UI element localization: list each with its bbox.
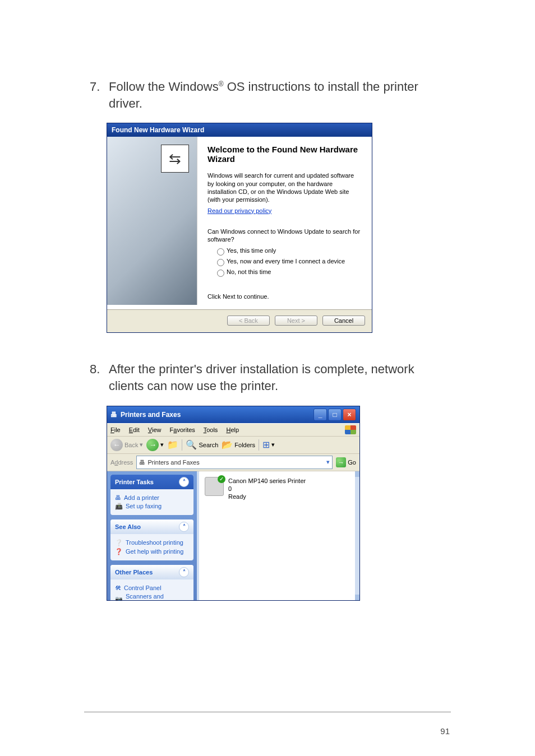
wizard-question: Can Windows connect to Windows Update to… xyxy=(207,228,362,244)
wizard-body: ⇆ Welcome to the Found New Hardware Wiza… xyxy=(107,137,372,309)
wizard-button-row: < Back Next > Cancel xyxy=(107,309,372,332)
folders-icon: 📂 xyxy=(222,439,233,450)
back-button[interactable]: < Back xyxy=(227,316,270,326)
forward-nav-button[interactable]: → ▾ xyxy=(146,439,164,451)
back-arrow-icon: ← xyxy=(110,439,123,451)
menu-help[interactable]: Help xyxy=(226,426,239,433)
back-nav-button[interactable]: ← Back ▾ xyxy=(110,439,143,451)
views-icon: ⊞ xyxy=(262,439,270,450)
control-panel-link[interactable]: 🛠Control Panel xyxy=(115,585,189,591)
menu-file[interactable]: File xyxy=(110,426,121,433)
step-text: After the printer's driver installation … xyxy=(109,361,451,394)
radio-option-yes-always[interactable]: Yes, now and every time I connect a devi… xyxy=(214,257,362,266)
screenshot-printers-faxes: 🖶 Printers and Faxes _ □ × File Edit Vie… xyxy=(107,406,451,601)
collapse-icon: ˄ xyxy=(179,522,189,532)
page-number: 91 xyxy=(440,726,450,736)
dropdown-icon[interactable]: ▾ xyxy=(326,458,330,466)
folder-up-icon: 📁 xyxy=(167,439,178,450)
printers-and-faxes-window: 🖶 Printers and Faxes _ □ × File Edit Vie… xyxy=(107,406,360,601)
add-printer-link[interactable]: 🖶Add a printer xyxy=(115,494,189,501)
maximize-button[interactable]: □ xyxy=(328,409,342,421)
printer-item[interactable]: ✓ Canon MP140 series Printer 0 Ready xyxy=(205,477,354,501)
wizard-content: Welcome to the Found New Hardware Wizard… xyxy=(197,137,372,309)
footer-separator xyxy=(84,712,451,712)
search-icon: 🔍 xyxy=(186,439,197,450)
cancel-button[interactable]: Cancel xyxy=(322,316,365,326)
printers-list: ✓ Canon MP140 series Printer 0 Ready xyxy=(197,471,359,600)
wizard-intro-text: Windows will search for current and upda… xyxy=(207,171,362,203)
printer-status: Ready xyxy=(228,493,306,500)
step-8: 8. After the printer's driver installati… xyxy=(90,361,451,394)
device-icon: ⇆ xyxy=(161,145,189,173)
wizard-continue-text: Click Next to continue. xyxy=(207,293,362,300)
address-value: Printers and Faxes xyxy=(147,459,199,466)
printer-docs: 0 xyxy=(228,485,306,493)
go-button[interactable]: → Go xyxy=(336,457,356,467)
address-bar: Address 🖶 Printers and Faxes ▾ → Go xyxy=(107,454,359,471)
other-places-header[interactable]: Other Places ˄ xyxy=(110,565,193,579)
radio-option-yes-once[interactable]: Yes, this time only xyxy=(214,247,362,256)
menu-favorites[interactable]: Favorites xyxy=(170,426,195,433)
toolbar: ← Back ▾ → ▾ 📁 🔍 Search 📂 Folders xyxy=(107,437,359,454)
next-button[interactable]: Next > xyxy=(275,316,317,326)
address-printers-icon: 🖶 xyxy=(139,459,145,466)
wizard-heading: Welcome to the Found New Hardware Wizard xyxy=(207,145,362,164)
setup-faxing-link[interactable]: 📠Set up faxing xyxy=(115,503,189,510)
printers-icon: 🖶 xyxy=(110,411,117,419)
windows-flag-icon xyxy=(345,425,356,434)
folders-button[interactable]: 📂 Folders xyxy=(222,439,255,450)
help-icon: ❔ xyxy=(115,539,123,546)
screenshot-wizard: Found New Hardware Wizard ⇆ Welcome to t… xyxy=(107,123,451,333)
found-new-hardware-wizard: Found New Hardware Wizard ⇆ Welcome to t… xyxy=(107,123,372,333)
printer-tasks-header[interactable]: Printer Tasks ˄ xyxy=(110,475,193,489)
menu-edit[interactable]: Edit xyxy=(129,426,140,433)
minimize-button[interactable]: _ xyxy=(313,409,327,421)
go-arrow-icon: → xyxy=(336,457,346,467)
control-panel-icon: 🛠 xyxy=(115,585,121,591)
see-also-header[interactable]: See Also ˄ xyxy=(110,520,193,534)
address-label: Address xyxy=(110,459,133,466)
privacy-policy-link[interactable]: Read our privacy policy xyxy=(207,207,271,214)
collapse-icon: ˄ xyxy=(179,567,189,577)
wizard-titlebar: Found New Hardware Wizard xyxy=(107,123,372,137)
search-button[interactable]: 🔍 Search xyxy=(186,439,218,450)
step-text: Follow the Windows® OS instructions to i… xyxy=(109,78,451,112)
scrollbar[interactable] xyxy=(355,471,359,600)
printer-tasks-panel: Printer Tasks ˄ 🖶Add a printer 📠Set up f… xyxy=(110,475,193,515)
get-help-link[interactable]: ❓Get help with printing xyxy=(115,548,189,555)
add-printer-icon: 🖶 xyxy=(115,494,121,501)
printer-info: Canon MP140 series Printer 0 Ready xyxy=(228,477,306,501)
default-check-icon: ✓ xyxy=(218,475,225,483)
close-button[interactable]: × xyxy=(343,409,356,421)
troubleshoot-link[interactable]: ❔Troubleshoot printing xyxy=(115,539,189,546)
menu-tools[interactable]: Tools xyxy=(204,426,218,433)
wizard-sidebar-image: ⇆ xyxy=(107,137,197,305)
step-number: 7. xyxy=(90,78,109,112)
printer-name: Canon MP140 series Printer xyxy=(228,477,306,485)
up-nav-button[interactable]: 📁 xyxy=(167,439,178,450)
address-field[interactable]: 🖶 Printers and Faxes ▾ xyxy=(136,456,333,469)
menu-view[interactable]: View xyxy=(148,426,162,433)
step-7: 7. Follow the Windows® OS instructions t… xyxy=(90,78,451,112)
document-page: 7. Follow the Windows® OS instructions t… xyxy=(0,0,535,756)
menu-bar: File Edit View Favorites Tools Help xyxy=(107,423,359,437)
info-icon: ❓ xyxy=(115,548,123,555)
wizard-radio-group: Yes, this time only Yes, now and every t… xyxy=(214,247,362,277)
camera-icon: 📷 xyxy=(115,596,123,600)
forward-arrow-icon: → xyxy=(146,439,159,451)
views-button[interactable]: ⊞ ▾ xyxy=(262,439,275,450)
window-title: Printers and Faxes xyxy=(121,411,181,419)
window-titlebar: 🖶 Printers and Faxes _ □ × xyxy=(107,406,359,423)
collapse-icon: ˄ xyxy=(179,477,189,487)
fax-icon: 📠 xyxy=(115,503,123,510)
other-places-panel: Other Places ˄ 🛠Control Panel 📷Scanners … xyxy=(110,565,193,600)
step-number: 8. xyxy=(90,361,109,394)
printer-icon: ✓ xyxy=(205,477,224,496)
window-content: Printer Tasks ˄ 🖶Add a printer 📠Set up f… xyxy=(107,471,359,600)
scanners-cameras-link[interactable]: 📷Scanners and Cameras xyxy=(115,593,189,600)
see-also-panel: See Also ˄ ❔Troubleshoot printing ❓Get h… xyxy=(110,520,193,560)
radio-option-no[interactable]: No, not this time xyxy=(214,268,362,277)
tasks-pane: Printer Tasks ˄ 🖶Add a printer 📠Set up f… xyxy=(107,471,197,600)
